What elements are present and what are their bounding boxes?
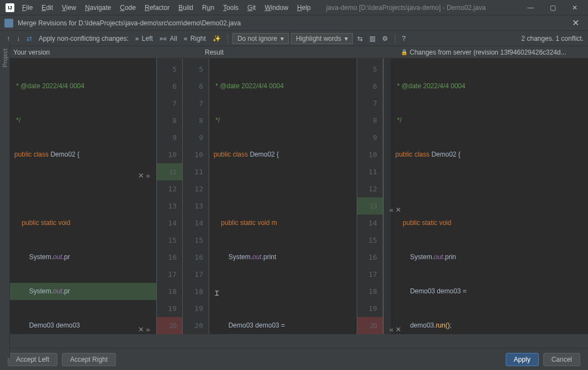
- gear-icon[interactable]: ⚙: [380, 34, 390, 44]
- gutter-left: 5 6 7 8 9 10 ✕ »11 12 13 14 15 16 17 18 …: [156, 58, 183, 334]
- accept-right-button[interactable]: Accept Right: [62, 353, 116, 366]
- menu-run[interactable]: Run: [198, 3, 219, 13]
- diff-area: * @date 2022/4/4 0004 */ public class De…: [10, 58, 588, 334]
- merge-icon: [4, 19, 13, 28]
- menu-edit[interactable]: Edit: [37, 3, 57, 13]
- help-button[interactable]: ?: [400, 34, 408, 44]
- menu-navigate[interactable]: Navigate: [81, 3, 115, 13]
- pane-header-right: 🔒 Changes from server (revision 13f94602…: [396, 46, 588, 58]
- close-button[interactable]: ✕: [564, 0, 586, 15]
- accept-left-button[interactable]: Accept Left: [8, 353, 57, 366]
- left-tool-rail[interactable]: Project: [0, 43, 10, 358]
- cancel-button[interactable]: Cancel: [543, 353, 580, 366]
- pane-header-center: Result: [200, 46, 396, 58]
- merge-title: Merge Revisions for D:\IdeaProjects\java…: [18, 19, 568, 27]
- settings-button[interactable]: ⇆: [355, 34, 365, 44]
- menu-help[interactable]: Help: [293, 3, 315, 13]
- highlight-dropdown[interactable]: Highlight words▾: [291, 33, 353, 44]
- magic-wand-button[interactable]: ✨: [210, 34, 223, 44]
- window-title: java-demo [D:\IdeaProjects\java-demo] - …: [315, 4, 520, 12]
- chevron-down-icon: ▾: [345, 35, 348, 42]
- changes-info: 2 changes. 1 conflict.: [521, 35, 584, 42]
- gutter-center-left: 5 6 7 8 9 10 11 12 13 14 15 16 17 18 19 …: [183, 58, 209, 334]
- merge-header: Merge Revisions for D:\IdeaProjects\java…: [0, 15, 588, 31]
- titlebar: IJ File Edit View Navigate Code Refactor…: [0, 0, 588, 15]
- chevron-down-icon: ▾: [280, 35, 284, 42]
- menu-file[interactable]: File: [18, 3, 37, 13]
- pane-left[interactable]: * @date 2022/4/4 0004 */ public class De…: [10, 58, 156, 334]
- compare-button[interactable]: ⇄: [24, 34, 34, 44]
- apply-right-button[interactable]: « Right: [182, 34, 208, 44]
- panes-header: 🔒 Your version Result 🔒 Changes from ser…: [0, 46, 588, 58]
- layout-button[interactable]: ▥: [367, 34, 378, 44]
- menu-git[interactable]: Git: [243, 3, 260, 13]
- maximize-button[interactable]: ▢: [542, 0, 564, 15]
- close-merge-button[interactable]: ✕: [568, 18, 584, 28]
- minimize-button[interactable]: —: [520, 0, 542, 15]
- merge-action-left[interactable]: ✕ »: [138, 167, 150, 184]
- rail-project[interactable]: Project: [2, 49, 8, 67]
- ignore-dropdown[interactable]: Do not ignore▾: [232, 33, 289, 44]
- menu-code[interactable]: Code: [115, 3, 140, 13]
- apply-all-button[interactable]: »« All: [157, 34, 179, 44]
- apply-button[interactable]: Apply: [506, 353, 539, 366]
- menu-build[interactable]: Build: [174, 3, 198, 13]
- apply-left-button[interactable]: » Left: [133, 34, 155, 44]
- pane-header-left: 🔒 Your version: [0, 46, 200, 58]
- menu-tools[interactable]: Tools: [219, 3, 243, 13]
- code-right: * @date 2022/4/4 0004 */ public class De…: [391, 58, 588, 334]
- pane-right[interactable]: * @date 2022/4/4 0004 */ public class De…: [391, 58, 588, 334]
- pane-center[interactable]: * @date 2022/4/4 0004 */ public class De…: [209, 58, 357, 334]
- lock-icon: 🔒: [401, 49, 407, 55]
- code-center: * @date 2022/4/4 0004 */ public class De…: [209, 58, 357, 334]
- menu-view[interactable]: View: [57, 3, 81, 13]
- menu-window[interactable]: Window: [260, 3, 293, 13]
- app-icon: IJ: [6, 3, 14, 12]
- code-left: * @date 2022/4/4 0004 */ public class De…: [10, 58, 156, 334]
- merge-toolbar: ↑ ↓ ⇄ Apply non-conflicting changes: » L…: [0, 31, 588, 46]
- apply-label: Apply non-conflicting changes:: [39, 35, 129, 42]
- next-diff-button[interactable]: ↓: [14, 34, 22, 44]
- merge-action-left-conflict[interactable]: ✕ »: [138, 321, 150, 334]
- spine-right: [383, 58, 391, 334]
- dialog-buttons: Accept Left Accept Right Apply Cancel: [0, 348, 588, 370]
- gutter-center-right: 5 6 7 8 9 10 11 12 13« ✕ 14 15 16 17 18 …: [357, 58, 383, 334]
- menu-refactor[interactable]: Refactor: [140, 3, 174, 13]
- prev-diff-button[interactable]: ↑: [4, 34, 12, 44]
